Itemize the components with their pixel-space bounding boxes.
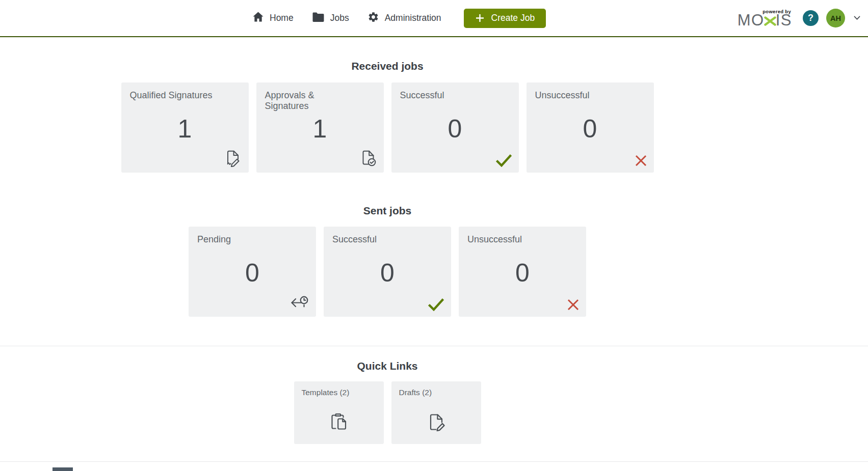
sent-cards-row: Pending 0 Successful 0 <box>0 227 775 317</box>
brand-right: IS <box>776 12 792 28</box>
templates-clipboard-icon <box>294 400 384 444</box>
card-title: Pending <box>197 234 289 245</box>
card-qualified-signatures[interactable]: Qualified Signatures 1 <box>121 82 249 173</box>
quick-links-title: Quick Links <box>0 360 775 372</box>
card-received-unsuccessful[interactable]: Unsuccessful 0 <box>527 82 654 173</box>
nav-label-home: Home <box>270 13 294 23</box>
card-count: 0 <box>324 258 451 288</box>
avatar-initials: AH <box>830 14 841 22</box>
nav-item-administration[interactable]: Administration <box>367 11 441 25</box>
draft-document-icon <box>391 400 481 444</box>
chevron-down-icon[interactable] <box>853 14 861 22</box>
card-count: 1 <box>121 114 249 144</box>
section-divider <box>0 346 868 346</box>
card-sent-successful[interactable]: Successful 0 <box>324 227 451 317</box>
card-title: Unsuccessful <box>467 234 559 245</box>
nav-item-jobs[interactable]: Jobs <box>312 12 349 25</box>
avatar[interactable]: AH <box>826 9 845 27</box>
bottom-divider <box>0 461 868 462</box>
gear-icon <box>367 11 379 25</box>
plus-icon <box>475 13 485 23</box>
card-title: Successful <box>332 234 424 245</box>
nav-label-administration: Administration <box>385 13 441 23</box>
card-title: Templates (2) <box>302 388 376 397</box>
header-right-cluster: powered by MO IS ? AH <box>738 0 861 36</box>
card-templates[interactable]: Templates (2) <box>294 381 384 444</box>
card-title: Qualified Signatures <box>130 90 222 101</box>
main-nav: Home Jobs Administration Create Job <box>252 0 546 36</box>
received-jobs-section: Received jobs Qualified Signatures 1 App… <box>0 60 775 173</box>
brand-left: MO <box>738 12 765 28</box>
card-sent-unsuccessful[interactable]: Unsuccessful 0 <box>459 227 586 317</box>
card-pending[interactable]: Pending 0 <box>189 227 316 317</box>
create-job-label: Create Job <box>491 13 535 23</box>
card-drafts[interactable]: Drafts (2) <box>391 381 481 444</box>
card-count: 0 <box>189 258 316 288</box>
x-icon <box>635 154 647 167</box>
document-check-icon <box>358 148 377 167</box>
x-icon <box>567 298 580 311</box>
brand-wordmark: MO IS <box>738 12 792 28</box>
folder-icon <box>312 12 325 25</box>
question-mark-icon: ? <box>808 13 813 23</box>
help-button[interactable]: ? <box>803 10 819 26</box>
document-signature-icon <box>223 148 242 167</box>
card-count: 0 <box>391 114 519 144</box>
card-title: Drafts (2) <box>399 388 474 397</box>
nav-item-home[interactable]: Home <box>252 11 294 25</box>
check-icon <box>428 298 444 311</box>
top-navigation-bar: Home Jobs Administration Create Job powe… <box>0 0 868 37</box>
check-icon <box>495 154 512 167</box>
received-cards-row: Qualified Signatures 1 Approvals & Signa… <box>0 82 775 173</box>
card-title: Successful <box>400 90 492 101</box>
dashboard-main: Received jobs Qualified Signatures 1 App… <box>0 60 775 444</box>
card-title: Unsuccessful <box>535 90 627 101</box>
nav-label-jobs: Jobs <box>330 13 349 23</box>
card-count: 0 <box>459 258 586 288</box>
quick-links-row: Templates (2) Drafts (2) <box>0 381 775 444</box>
create-job-button[interactable]: Create Job <box>464 9 546 28</box>
card-approvals-signatures[interactable]: Approvals & Signatures 1 <box>256 82 384 173</box>
sent-jobs-title: Sent jobs <box>0 205 775 217</box>
received-jobs-title: Received jobs <box>0 60 775 72</box>
moxis-x-icon <box>765 14 776 26</box>
sent-jobs-section: Sent jobs Pending 0 Successful 0 <box>0 205 775 317</box>
moxis-logo: powered by MO IS <box>738 9 792 28</box>
scrollbar-thumb[interactable] <box>52 467 73 471</box>
home-icon <box>252 11 264 25</box>
card-title: Approvals & Signatures <box>265 90 357 112</box>
card-count: 0 <box>527 114 654 144</box>
pending-clock-icon <box>288 294 309 311</box>
card-count: 1 <box>256 114 384 144</box>
quick-links-section: Quick Links Templates (2) Drafts (2) <box>0 346 775 444</box>
card-received-successful[interactable]: Successful 0 <box>391 82 519 173</box>
